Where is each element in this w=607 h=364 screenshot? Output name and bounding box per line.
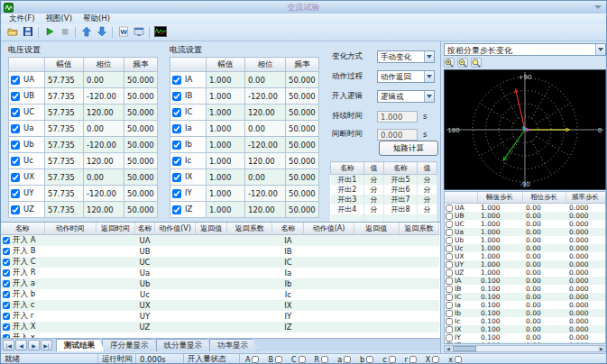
short-circuit-calc-button[interactable]: 短路计算 <box>379 141 438 156</box>
frequency-step-cell[interactable]: 0.000 <box>566 260 605 268</box>
tab-2[interactable]: 线分量显示 <box>156 339 213 351</box>
nav-last-button[interactable]: ▶| <box>41 340 52 350</box>
input-row-checkbox[interactable] <box>3 248 10 255</box>
phase-cell[interactable]: 120.00 <box>84 105 124 121</box>
step-up-button[interactable] <box>78 25 94 40</box>
phase-cell[interactable]: 120.00 <box>245 105 286 121</box>
channel-checkbox[interactable] <box>446 342 453 344</box>
frequency-step-cell[interactable]: 0.000 <box>566 341 605 344</box>
menu-item-0[interactable]: 文件(F) <box>4 14 41 24</box>
frequency-step-cell[interactable]: 0.000 <box>566 204 605 213</box>
scroll-right-icon[interactable]: ▶ <box>598 346 605 351</box>
phase-cell[interactable]: 0.00 <box>84 169 124 186</box>
waveform-button[interactable] <box>152 25 168 40</box>
nav-first-button[interactable]: |◀ <box>3 340 14 350</box>
frequency-cell[interactable]: 50.000 <box>124 153 158 169</box>
channel-checkbox[interactable] <box>172 141 181 150</box>
amplitude-cell[interactable]: 1.000 <box>207 202 245 218</box>
amplitude-cell[interactable]: 1.000 <box>207 186 245 202</box>
amplitude-step-cell[interactable]: 0.100 <box>477 325 522 333</box>
phase-step-cell[interactable]: 0.00 <box>522 252 566 260</box>
zoom-in-icon[interactable] <box>444 58 455 68</box>
channel-checkbox[interactable] <box>172 92 181 101</box>
frequency-step-cell[interactable]: 0.000 <box>566 293 605 301</box>
amplitude-cell[interactable]: 57.735 <box>45 105 84 121</box>
channel-checkbox[interactable] <box>446 302 453 309</box>
channel-checkbox[interactable] <box>11 76 20 85</box>
channel-checkbox[interactable] <box>446 205 453 212</box>
menu-item-1[interactable]: 视图(V) <box>41 14 78 24</box>
frequency-cell[interactable]: 50.000 <box>286 72 319 88</box>
frequency-step-cell[interactable]: 0.000 <box>566 317 605 325</box>
channel-checkbox[interactable] <box>446 229 453 236</box>
phase-cell[interactable]: 0.00 <box>245 169 286 186</box>
amplitude-step-cell[interactable]: 1.000 <box>477 220 522 228</box>
phase-cell[interactable]: -120.00 <box>245 186 286 202</box>
amplitude-step-cell[interactable]: 0.100 <box>477 285 522 293</box>
scrollbar-thumb[interactable] <box>453 346 476 351</box>
tab-1[interactable]: 序分量显示 <box>102 339 159 351</box>
phase-step-cell[interactable]: 0.00 <box>522 325 566 333</box>
amplitude-cell[interactable]: 57.735 <box>45 121 84 137</box>
amplitude-step-cell[interactable]: 1.000 <box>477 236 522 244</box>
amplitude-step-cell[interactable]: 0.100 <box>477 301 522 309</box>
phase-cell[interactable]: 0.00 <box>84 72 124 88</box>
open-button[interactable] <box>5 25 20 40</box>
display-view-button[interactable] <box>131 25 146 40</box>
menu-item-2[interactable]: 帮助(H) <box>78 14 115 24</box>
amplitude-step-cell[interactable]: 0.100 <box>477 317 522 325</box>
phase-step-cell[interactable]: 0.00 <box>522 333 566 341</box>
nav-prev-button[interactable]: ◀ <box>15 340 27 350</box>
phase-step-cell[interactable]: 0.00 <box>522 236 566 244</box>
phase-step-cell[interactable]: 0.00 <box>522 277 566 285</box>
scroll-left-icon[interactable]: ◀ <box>445 346 452 351</box>
channel-checkbox[interactable] <box>172 189 181 198</box>
change-mode-select[interactable]: 手动变化 <box>377 50 435 63</box>
input-row-checkbox[interactable] <box>3 237 10 244</box>
phase-step-cell[interactable]: 0.00 <box>522 260 566 268</box>
channel-checkbox[interactable] <box>11 157 20 166</box>
phase-step-cell[interactable]: 0.00 <box>522 244 566 252</box>
frequency-step-cell[interactable]: 0.000 <box>566 220 605 228</box>
amplitude-cell[interactable]: 57.735 <box>45 202 84 218</box>
report-button[interactable]: W <box>115 25 131 40</box>
chevron-down-icon[interactable] <box>424 91 434 102</box>
amplitude-cell[interactable]: 1.000 <box>207 105 245 121</box>
input-row-checkbox[interactable] <box>3 323 10 331</box>
gap-time-input[interactable]: 0.000 <box>377 129 418 141</box>
channel-checkbox[interactable] <box>446 269 453 277</box>
frequency-cell[interactable]: 50.000 <box>124 186 158 202</box>
amplitude-step-cell[interactable]: 0.100 <box>477 341 522 344</box>
channel-checkbox[interactable] <box>446 318 453 325</box>
titlebar-chevron-icon[interactable] <box>594 5 602 9</box>
zoom-reset-icon[interactable] <box>471 58 482 68</box>
chevron-down-icon[interactable] <box>424 51 434 62</box>
channel-checkbox[interactable] <box>11 108 20 117</box>
amplitude-cell[interactable]: 1.000 <box>207 88 245 105</box>
amplitude-cell[interactable]: 57.735 <box>45 137 84 153</box>
frequency-step-cell[interactable]: 0.000 <box>566 244 605 252</box>
frequency-cell[interactable]: 50.000 <box>124 169 158 186</box>
amplitude-step-cell[interactable]: 1.000 <box>477 268 522 277</box>
frequency-cell[interactable]: 50.000 <box>124 137 158 153</box>
frequency-cell[interactable]: 50.000 <box>124 72 158 88</box>
phase-cell[interactable]: 120.00 <box>84 202 124 218</box>
tab-3[interactable]: 功率显示 <box>209 339 258 351</box>
frequency-cell[interactable]: 50.000 <box>124 202 158 218</box>
channel-checkbox[interactable] <box>446 221 453 228</box>
chevron-down-icon[interactable] <box>424 71 434 82</box>
phase-step-cell[interactable]: 0.00 <box>522 341 566 344</box>
channel-checkbox[interactable] <box>446 286 453 293</box>
frequency-step-cell[interactable]: 0.000 <box>566 333 605 341</box>
phase-step-cell[interactable]: 0.00 <box>522 204 566 213</box>
phase-cell[interactable]: 0.00 <box>84 121 124 137</box>
phase-step-cell[interactable]: 0.00 <box>522 228 566 236</box>
frequency-cell[interactable]: 50.000 <box>124 105 158 121</box>
channel-checkbox[interactable] <box>172 157 181 166</box>
input-row-checkbox[interactable] <box>3 313 10 320</box>
nav-next-button[interactable]: ▶ <box>28 340 40 350</box>
frequency-cell[interactable]: 50.000 <box>286 105 319 121</box>
channel-checkbox[interactable] <box>11 205 20 214</box>
frequency-step-cell[interactable]: 0.000 <box>566 277 605 285</box>
phase-step-cell[interactable]: 0.00 <box>522 301 566 309</box>
